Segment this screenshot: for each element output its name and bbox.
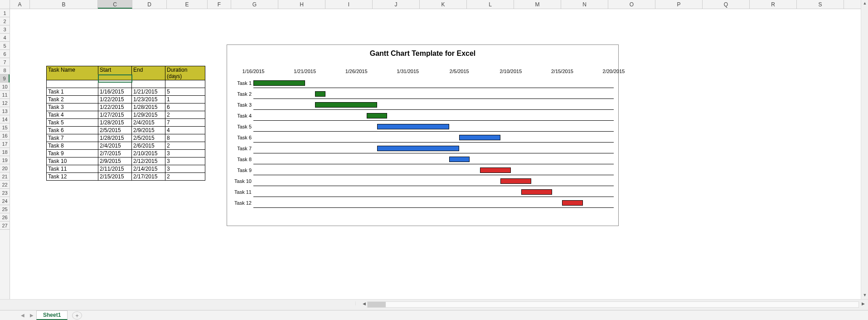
row-header-19[interactable]: 19 [0,156,10,164]
gantt-bar[interactable] [367,113,387,118]
col-header-R[interactable]: R [750,0,797,9]
gantt-bar[interactable] [315,91,325,97]
cell-start[interactable]: 2/5/2015 [98,127,132,134]
col-header-J[interactable]: J [373,0,420,9]
row-header-20[interactable]: 20 [0,164,10,172]
gantt-bar[interactable] [377,124,449,129]
gantt-bar[interactable] [459,135,500,140]
hscroll-thumb[interactable] [368,302,386,307]
col-header-P[interactable]: P [655,0,703,9]
cell-dur[interactable]: 4 [165,127,205,134]
cell-end[interactable]: 1/21/2015 [132,88,165,96]
gantt-bar[interactable] [480,167,511,173]
add-sheet-button[interactable]: ＋ [72,311,82,320]
scroll-down-arrow[interactable]: ▼ [861,292,868,299]
cell-dur[interactable]: 3 [165,150,205,158]
row-header-26[interactable]: 26 [0,213,10,222]
table-row[interactable]: Task 71/28/20152/5/20158 [47,134,205,142]
col-header-A[interactable]: A [10,0,30,9]
cell-start[interactable]: 1/22/2015 [98,96,132,103]
cell-start[interactable]: 1/28/2015 [98,134,132,142]
cell-start[interactable]: 2/7/2015 [98,150,132,158]
select-all-corner[interactable] [0,0,10,9]
scroll-up-arrow[interactable]: ▲ [861,0,868,7]
cell-task[interactable]: Task 4 [47,111,98,119]
horizontal-scrollbar[interactable] [367,301,859,308]
cell-end[interactable]: 1/29/2015 [132,111,165,119]
col-header-G[interactable]: G [231,0,278,9]
row-header-23[interactable]: 23 [0,189,10,197]
cell-start[interactable]: 2/4/2015 [98,142,132,150]
table-row[interactable]: Task 21/22/20151/23/20151 [47,96,205,103]
table-row[interactable]: Task 102/9/20152/12/20153 [47,158,205,165]
cell-start[interactable]: 1/28/2015 [98,119,132,127]
table-row[interactable]: Task 112/11/20152/14/20153 [47,165,205,173]
cell-end[interactable]: 2/14/2015 [132,165,165,173]
row-header-3[interactable]: 3 [0,25,10,34]
cell-task[interactable]: Task 9 [47,150,98,158]
row-header-12[interactable]: 12 [0,99,10,107]
col-header-N[interactable]: N [561,0,608,9]
prev-sheet-button[interactable]: ◀ [20,313,25,318]
row-header-2[interactable]: 2 [0,17,10,25]
cell-dur[interactable]: 3 [165,158,205,165]
table-row[interactable]: Task 11/16/20151/21/20155 [47,88,205,96]
row-header-16[interactable]: 16 [0,132,10,140]
table-row[interactable]: Task 122/15/20152/17/20152 [47,173,205,181]
row-header-13[interactable]: 13 [0,107,10,115]
row-header-4[interactable]: 4 [0,34,10,42]
row-header-7[interactable]: 7 [0,58,10,66]
sheet-tab[interactable]: Sheet1 [36,310,68,320]
table-row[interactable]: Task 92/7/20152/10/20153 [47,150,205,158]
cell-end[interactable]: 1/28/2015 [132,103,165,111]
scroll-left-arrow[interactable]: ◀ [361,301,367,308]
row-header-10[interactable]: 10 [0,83,10,91]
cell-end[interactable]: 2/9/2015 [132,127,165,134]
cell-dur[interactable]: 5 [165,88,205,96]
table-row[interactable]: Task 31/22/20151/28/20156 [47,103,205,111]
gantt-bar[interactable] [315,102,377,108]
col-header-L[interactable]: L [467,0,514,9]
row-header-21[interactable]: 21 [0,172,10,181]
cell-start[interactable]: 1/16/2015 [98,88,132,96]
cell-end[interactable]: 2/6/2015 [132,142,165,150]
gantt-bar[interactable] [562,200,582,206]
table-row[interactable]: Task 62/5/20152/9/20154 [47,127,205,134]
col-header-Q[interactable]: Q [703,0,750,9]
cell-task[interactable]: Task 7 [47,134,98,142]
cell-dur[interactable]: 3 [165,165,205,173]
table-row[interactable]: Task 82/4/20152/6/20152 [47,142,205,150]
gantt-bar[interactable] [500,178,531,184]
cell-task[interactable]: Task 2 [47,96,98,103]
cell-dur[interactable]: 1 [165,96,205,103]
row-header-9[interactable]: 9 [0,74,10,83]
col-header-C[interactable]: C [98,0,132,9]
cell-start[interactable]: 2/15/2015 [98,173,132,181]
scroll-right-arrow[interactable]: ▶ [860,301,866,308]
cell-end[interactable]: 1/23/2015 [132,96,165,103]
cell-task[interactable]: Task 1 [47,88,98,96]
col-header-B[interactable]: B [30,0,98,9]
next-sheet-button[interactable]: ▶ [29,313,34,318]
gantt-bar[interactable] [449,157,470,162]
row-header-6[interactable]: 6 [0,50,10,58]
col-header-E[interactable]: E [167,0,208,9]
cell-start[interactable]: 1/22/2015 [98,103,132,111]
row-header-17[interactable]: 17 [0,140,10,148]
cell-end[interactable]: 2/5/2015 [132,134,165,142]
row-header-14[interactable]: 14 [0,115,10,123]
cell-task[interactable]: Task 12 [47,173,98,181]
grid-area[interactable]: Task Name Start End Duration (days) Task… [10,9,861,299]
row-header-25[interactable]: 25 [0,205,10,213]
vertical-scrollbar[interactable]: ▲ ▼ [861,0,868,299]
row-header-15[interactable]: 15 [0,123,10,132]
cell-dur[interactable]: 2 [165,111,205,119]
cell-start[interactable]: 2/11/2015 [98,165,132,173]
cell-dur[interactable]: 8 [165,134,205,142]
col-header-D[interactable]: D [132,0,167,9]
col-header-I[interactable]: I [325,0,373,9]
row-header-8[interactable]: 8 [0,66,10,74]
cell-dur[interactable]: 6 [165,103,205,111]
cell-task[interactable]: Task 8 [47,142,98,150]
col-header-F[interactable]: F [208,0,231,9]
